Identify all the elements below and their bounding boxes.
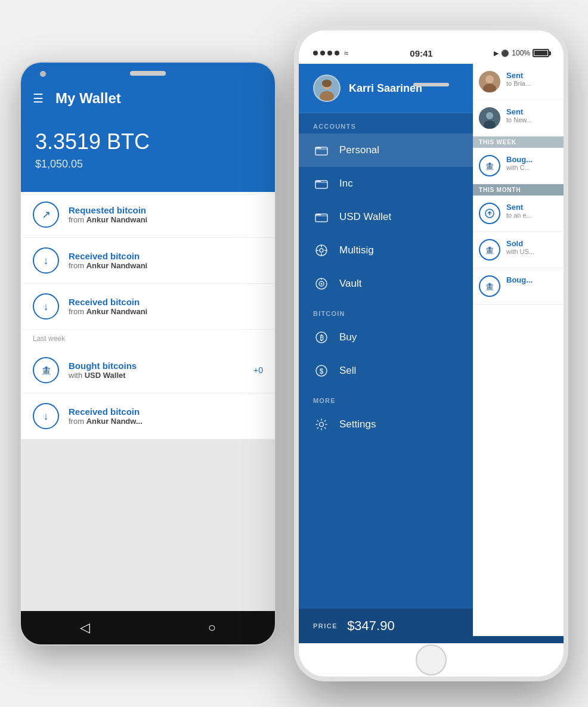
iphone: ≈ 09:41 ▶ ⚫ 100% xyxy=(294,26,568,681)
tx-title: Received bitcoin xyxy=(69,297,263,307)
transaction-item[interactable]: 🏦 Bought bitcoins with USD Wallet +0 xyxy=(21,348,275,393)
right-tx-item[interactable]: Sent to Bria... xyxy=(473,64,568,100)
tx-info: Received bitcoin from Ankur Nandw... xyxy=(69,407,263,426)
multisig-label: Multisig xyxy=(339,244,374,256)
android-speaker xyxy=(130,71,166,76)
tx-subtitle: from Ankur Nandw... xyxy=(69,417,263,426)
send-icon xyxy=(479,203,500,224)
svg-point-4 xyxy=(322,79,332,87)
buy-bitcoin-icon: ₿ xyxy=(313,329,330,346)
android-phone: ☰ My Wallet 3.3519 BTC $1,050.05 ↗ Reque… xyxy=(20,61,276,646)
tx-title: Bought bitcoins xyxy=(69,361,244,371)
right-tx-item[interactable]: 🏦 Boug... with C... xyxy=(473,148,568,184)
right-action: Sold xyxy=(506,239,534,248)
signal-dot xyxy=(335,51,339,55)
vault-label: Vault xyxy=(339,278,362,290)
price-value: $347.90 xyxy=(347,618,395,634)
right-action: Sent xyxy=(506,107,532,116)
tx-title: Requested bitcoin xyxy=(69,205,263,215)
price-label: PRICE xyxy=(313,622,338,630)
battery-fill xyxy=(534,51,547,55)
settings-icon xyxy=(313,416,330,433)
battery-tip xyxy=(549,51,551,55)
svg-point-27 xyxy=(486,112,493,119)
receive-icon-3: ↓ xyxy=(33,403,59,429)
right-action: Boug... xyxy=(506,275,533,284)
usd-wallet-folder-icon xyxy=(313,209,330,225)
this-month-badge: THIS MONTH xyxy=(473,184,568,196)
volume-up-button[interactable] xyxy=(294,126,295,150)
usd-wallet-label: USD Wallet xyxy=(339,211,391,223)
hamburger-icon[interactable]: ☰ xyxy=(33,91,44,106)
tx-title: Received bitcoin xyxy=(69,251,263,261)
wifi-icon: ≈ xyxy=(344,48,349,58)
svg-point-9 xyxy=(320,249,323,252)
transaction-item[interactable]: ↓ Received bitcoin from Ankur Nandwani xyxy=(21,238,275,284)
right-tx-text: Sent to Bria... xyxy=(506,71,531,87)
settings-label: Settings xyxy=(339,418,376,430)
volume-down-button[interactable] xyxy=(294,156,295,179)
location-icon: ▶ xyxy=(494,49,499,57)
right-action: Sent xyxy=(506,71,531,80)
sold-icon: 🏦 xyxy=(479,239,500,261)
right-tx-text: Boug... xyxy=(506,275,533,284)
right-tx-item[interactable]: 🏦 Boug... xyxy=(473,268,568,305)
signal-dot xyxy=(327,51,332,55)
vault-icon xyxy=(313,275,330,292)
signal-dot xyxy=(313,51,318,55)
tx-info: Received bitcoin from Ankur Nandwani xyxy=(69,251,263,270)
tx-title: Received bitcoin xyxy=(69,407,263,417)
inc-folder-icon xyxy=(313,175,330,192)
tx-amount: +0 xyxy=(253,365,263,375)
signal-indicator: ≈ xyxy=(313,48,349,58)
svg-point-22 xyxy=(320,423,324,427)
right-tx-text: Boug... with C... xyxy=(506,155,533,171)
transaction-item[interactable]: ↓ Received bitcoin from Ankur Nandw... xyxy=(21,393,275,439)
mute-button[interactable] xyxy=(294,102,295,120)
iphone-top-bar xyxy=(299,30,564,42)
inc-label: Inc xyxy=(339,178,353,190)
personal-folder-icon xyxy=(313,142,330,159)
sell-label: Sell xyxy=(339,365,356,377)
home-button[interactable]: ○ xyxy=(208,620,216,635)
tx-subtitle: from Ankur Nandwani xyxy=(69,215,263,224)
battery-area: ▶ ⚫ 100% xyxy=(494,49,549,57)
personal-label: Personal xyxy=(339,144,379,156)
home-button[interactable] xyxy=(416,644,447,675)
right-sub: with US... xyxy=(506,248,534,255)
sell-bitcoin-icon: $ xyxy=(313,362,330,379)
tx-info: Bought bitcoins with USD Wallet xyxy=(69,361,244,380)
tx-subtitle: from Ankur Nandwani xyxy=(69,261,263,270)
svg-text:$: $ xyxy=(320,367,324,376)
right-sub: to New... xyxy=(506,116,532,123)
multisig-icon xyxy=(313,242,330,259)
earpiece xyxy=(413,83,449,86)
sleep-button[interactable] xyxy=(567,138,568,173)
transaction-item[interactable]: ↗ Requested bitcoin from Ankur Nandwani xyxy=(21,192,275,238)
battery-percent: 100% xyxy=(512,49,530,57)
bank-icon: 🏦 xyxy=(479,155,500,176)
android-camera xyxy=(40,71,46,77)
right-panel: Sent to Bria... Sent to New... THIS xyxy=(473,64,568,636)
right-tx-item[interactable]: Sent to an e... xyxy=(473,196,568,232)
right-tx-text: Sent to an e... xyxy=(506,203,532,219)
tx-subtitle: from Ankur Nandwani xyxy=(69,307,263,316)
avatar xyxy=(313,75,341,102)
tx-info: Received bitcoin from Ankur Nandwani xyxy=(69,297,263,316)
back-button[interactable]: ◁ xyxy=(80,620,90,635)
tx-subtitle: with USD Wallet xyxy=(69,371,244,380)
svg-point-24 xyxy=(485,75,494,83)
android-balance-section: 3.3519 BTC $1,050.05 xyxy=(21,117,275,192)
iphone-bottom-bar xyxy=(299,643,564,677)
bought-icon-2: 🏦 xyxy=(479,275,500,297)
battery-bar xyxy=(533,49,549,57)
right-tx-text: Sent to New... xyxy=(506,107,532,123)
usd-balance: $1,050.05 xyxy=(35,158,261,170)
right-tx-item[interactable]: 🏦 Sold with US... xyxy=(473,232,568,268)
sent-new-avatar xyxy=(479,107,500,129)
sent-brian-avatar xyxy=(479,71,500,92)
right-sub: with C... xyxy=(506,164,533,171)
right-tx-item[interactable]: Sent to New... xyxy=(473,100,568,137)
section-label: Last week xyxy=(21,330,275,348)
transaction-item[interactable]: ↓ Received bitcoin from Ankur Nandwani xyxy=(21,284,275,330)
